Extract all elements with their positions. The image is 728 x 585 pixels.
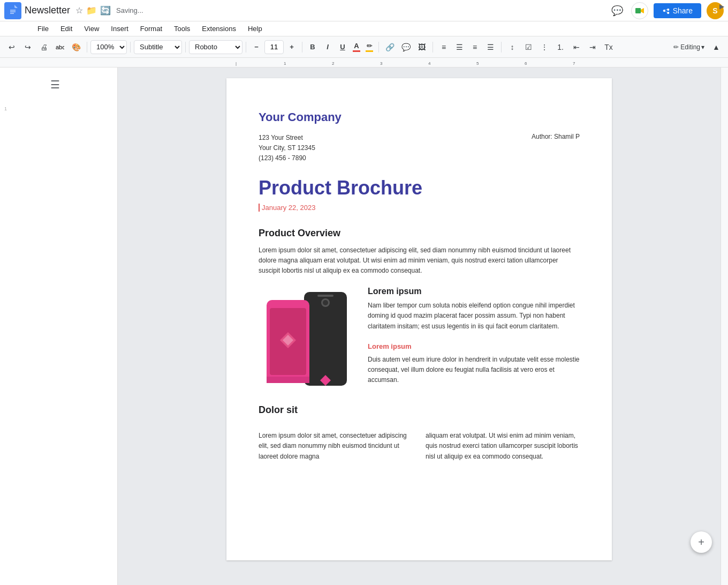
lorem-body: Nam liber tempor cum soluta nobis eleife…	[368, 301, 580, 332]
font-size-decrease[interactable]: −	[249, 40, 263, 54]
menu-tools[interactable]: Tools	[169, 24, 195, 34]
lorem-link: Lorem ipsum	[368, 342, 580, 350]
align-left-button[interactable]: ≡	[436, 40, 451, 55]
insert-image-button[interactable]: 🖼	[414, 40, 429, 55]
sidebar: ☰ 1	[0, 68, 118, 585]
alignment-group: ≡ ☰ ≡ ☰	[436, 40, 498, 55]
comment-button[interactable]: 💬	[609, 2, 626, 19]
toolbar: ↩ ↪ 🖨 abc 🎨 100% 75% 125% Subtitle Norma…	[0, 36, 728, 58]
top-right-actions: 💬 Share S	[609, 2, 724, 19]
author-text: Author: Shamil P	[532, 133, 580, 164]
document-page: Your Company 123 Your Street Your City, …	[226, 78, 612, 560]
address-line1: 123 Your Street	[259, 133, 315, 143]
top-bar: Newsletter ☆ 📁 🔄 Saving... 💬 Share S	[0, 0, 728, 21]
toolbar-collapse-button[interactable]: ▲	[709, 40, 724, 55]
separator-7	[433, 42, 433, 52]
spacer	[259, 422, 580, 431]
numbered-list-button[interactable]: 1.	[553, 40, 568, 55]
menu-format[interactable]: Format	[135, 24, 168, 34]
svg-rect-17	[267, 377, 309, 383]
page-indicators: 1	[0, 106, 117, 111]
align-right-button[interactable]: ≡	[467, 40, 482, 55]
ruler-svg: | 1 2 3 4 5 6 7	[118, 58, 728, 68]
outline-icon[interactable]: ☰	[50, 78, 67, 95]
dolor-heading: Dolor sit	[259, 404, 580, 416]
insert-link-button[interactable]: 🔗	[382, 40, 397, 55]
editing-mode-button[interactable]: ✏ Editing▾	[670, 42, 708, 52]
overview-heading: Product Overview	[259, 228, 580, 239]
paragraph-style-select[interactable]: Subtitle Normal text Heading 1 Heading 2	[134, 40, 182, 54]
lorem-body2: Duis autem vel eum iriure dolor in hendr…	[368, 355, 580, 386]
svg-point-14	[323, 300, 328, 305]
star-icon[interactable]: ☆	[75, 5, 83, 16]
align-justify-button[interactable]: ☰	[483, 40, 498, 55]
folder-icon[interactable]: 📁	[86, 5, 97, 16]
font-size-increase[interactable]: +	[285, 40, 299, 54]
font-size-input[interactable]	[264, 40, 284, 54]
content-area[interactable]: 1 2 3 4 5 6 7 8 Your Company 123 Your St…	[118, 68, 721, 585]
underline-button[interactable]: U	[336, 40, 350, 54]
svg-text:5: 5	[476, 61, 479, 66]
text-color-button[interactable]: A	[351, 41, 362, 53]
dolor-col2: aliquam erat volutpat. Ut wisi enim ad m…	[426, 431, 580, 462]
decrease-indent-button[interactable]: ⇤	[569, 40, 584, 55]
separator-1	[87, 42, 87, 52]
fab-button[interactable]: +	[691, 531, 712, 553]
clear-formatting-button[interactable]: Tx	[601, 40, 616, 55]
print-button[interactable]: 🖨	[36, 40, 51, 55]
font-select[interactable]: Roboto Arial Times New Roman	[189, 40, 242, 54]
lorem-heading: Lorem ipsum	[368, 287, 580, 296]
svg-rect-3	[118, 58, 728, 68]
menu-file[interactable]: File	[32, 24, 54, 34]
italic-button[interactable]: I	[321, 40, 335, 54]
phone-image	[259, 287, 355, 394]
separator-4	[246, 42, 246, 52]
zoom-select[interactable]: 100% 75% 125%	[90, 40, 127, 54]
dolor-col1: Lorem ipsum dolor sit amet, consectetuer…	[259, 431, 413, 462]
dolor-section: Dolor sit Lorem ipsum dolor sit amet, co…	[259, 404, 580, 462]
bullet-list-button[interactable]: ⋮	[537, 40, 552, 55]
app-icon[interactable]	[4, 2, 21, 19]
svg-text:|: |	[236, 61, 237, 66]
undo-button[interactable]: ↩	[4, 40, 19, 55]
highlight-color-button[interactable]: ✏	[363, 41, 375, 53]
checklist-button[interactable]: ☑	[521, 40, 536, 55]
share-button[interactable]: Share	[654, 3, 701, 18]
svg-text:1: 1	[284, 61, 286, 66]
increase-indent-button[interactable]: ⇥	[585, 40, 600, 55]
menu-view[interactable]: View	[79, 24, 104, 34]
separator-5	[302, 42, 302, 52]
svg-marker-1	[641, 8, 644, 13]
insert-comment-button[interactable]: 💬	[398, 40, 413, 55]
svg-rect-0	[635, 8, 641, 13]
dolor-two-col: Lorem ipsum dolor sit amet, consectetuer…	[259, 431, 580, 462]
svg-text:3: 3	[380, 61, 383, 66]
line-spacing-button[interactable]: ↕	[505, 40, 520, 55]
address-line3: (123) 456 - 7890	[259, 153, 315, 163]
menu-help[interactable]: Help	[242, 24, 268, 34]
redo-button[interactable]: ↪	[20, 40, 35, 55]
svg-text:2: 2	[332, 61, 335, 66]
company-name: Your Company	[259, 110, 580, 124]
ruler: | 1 2 3 4 5 6 7	[0, 58, 728, 68]
product-title: Product Brochure	[259, 177, 580, 199]
cloud-sync-icon: 🔄	[100, 5, 111, 16]
address-left: 123 Your Street Your City, ST 12345 (123…	[259, 133, 315, 164]
product-date: January 22, 2023	[259, 204, 580, 212]
menu-edit[interactable]: Edit	[55, 24, 78, 34]
document-title: Newsletter	[25, 5, 70, 16]
address-line2: Your City, ST 12345	[259, 143, 315, 153]
saving-status: Saving...	[116, 6, 143, 14]
toolbar-right: ✏ Editing▾ ▲	[670, 40, 724, 55]
menu-insert[interactable]: Insert	[105, 24, 134, 34]
spellcheck-button[interactable]: abc	[52, 40, 67, 55]
paint-format-button[interactable]: 🎨	[69, 40, 84, 55]
menu-bar: File Edit View Insert Format Tools Exten…	[0, 21, 728, 36]
svg-rect-21	[317, 295, 333, 297]
align-center-button[interactable]: ☰	[452, 40, 467, 55]
google-meet-icon[interactable]	[631, 2, 648, 19]
bold-button[interactable]: B	[306, 40, 320, 54]
main-layout: ☰ 1 1 2 3 4 5 6 7 8 Your Company 123 You…	[0, 68, 728, 585]
separator-6	[378, 42, 379, 52]
menu-extensions[interactable]: Extensions	[196, 24, 241, 34]
